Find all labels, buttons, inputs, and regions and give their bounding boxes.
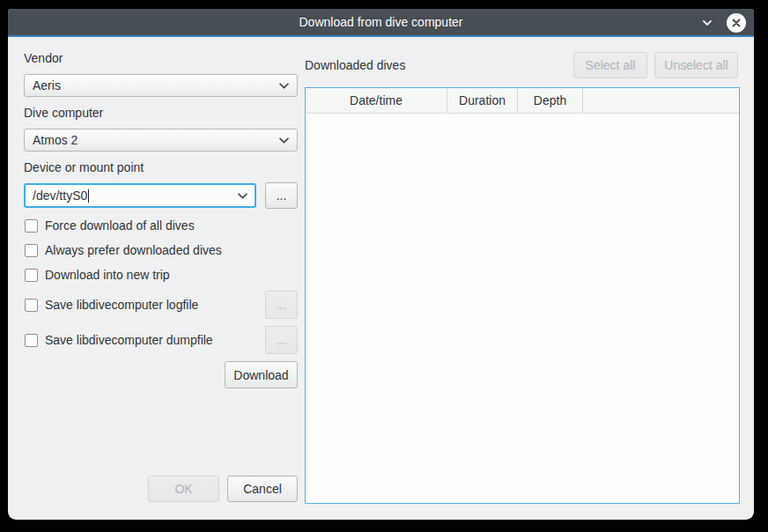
dive-computer-selected-value: Atmos 2 bbox=[33, 133, 78, 147]
force-download-checkbox-row[interactable]: Force download of all dives bbox=[25, 218, 195, 233]
column-header-empty[interactable] bbox=[583, 88, 739, 113]
vendor-label: Vendor bbox=[24, 51, 63, 65]
device-label: Device or mount point bbox=[24, 160, 144, 174]
chevron-down-icon bbox=[279, 136, 289, 145]
logfile-browse-button[interactable]: ... bbox=[265, 291, 298, 319]
force-download-label: Force download of all dives bbox=[45, 218, 195, 233]
downloaded-dives-label: Downloaded dives bbox=[305, 58, 405, 72]
device-value: /dev/ttyS0 bbox=[33, 188, 87, 203]
window-title: Download from dive computer bbox=[299, 15, 463, 29]
close-icon bbox=[732, 18, 741, 27]
new-trip-label: Download into new trip bbox=[45, 268, 170, 282]
shade-button[interactable] bbox=[699, 15, 715, 31]
table-body-empty bbox=[306, 114, 739, 503]
checkbox-unchecked[interactable] bbox=[25, 334, 38, 347]
download-dialog-window: Download from dive computer Vendor Aeris… bbox=[8, 9, 754, 520]
device-input[interactable]: /dev/ttyS0 bbox=[24, 183, 256, 208]
table-header-row: Date/time Duration Depth bbox=[306, 88, 739, 114]
close-button[interactable] bbox=[727, 13, 746, 33]
save-logfile-label: Save libdivecomputer logfile bbox=[45, 298, 198, 312]
chevron-down-icon bbox=[703, 18, 712, 27]
chevron-down-icon bbox=[279, 81, 289, 91]
downloaded-dives-table[interactable]: Date/time Duration Depth bbox=[305, 87, 740, 504]
device-value-wrap: /dev/ttyS0 bbox=[33, 188, 89, 203]
dive-computer-label: Dive computer bbox=[24, 106, 103, 120]
checkbox-unchecked[interactable] bbox=[25, 269, 38, 282]
new-trip-checkbox-row[interactable]: Download into new trip bbox=[25, 267, 170, 283]
save-logfile-checkbox-row[interactable]: Save libdivecomputer logfile bbox=[25, 297, 198, 313]
chevron-down-icon bbox=[238, 191, 247, 201]
text-caret bbox=[88, 189, 89, 203]
column-header-duration[interactable]: Duration bbox=[447, 88, 518, 113]
titlebar-controls bbox=[699, 9, 746, 37]
checkbox-unchecked[interactable] bbox=[25, 244, 38, 257]
vendor-selected-value: Aeris bbox=[33, 78, 61, 92]
download-button[interactable]: Download bbox=[225, 361, 298, 388]
prefer-downloaded-label: Always prefer downloaded dives bbox=[45, 243, 222, 257]
prefer-downloaded-checkbox-row[interactable]: Always prefer downloaded dives bbox=[25, 242, 222, 258]
vendor-select[interactable]: Aeris bbox=[24, 74, 298, 97]
save-dumpfile-checkbox-row[interactable]: Save libdivecomputer dumpfile bbox=[25, 332, 213, 348]
column-header-datetime[interactable]: Date/time bbox=[306, 88, 447, 113]
checkbox-unchecked[interactable] bbox=[25, 219, 38, 233]
ok-button[interactable]: OK bbox=[148, 476, 219, 502]
save-dumpfile-label: Save libdivecomputer dumpfile bbox=[45, 333, 213, 347]
screen: { "colors": { "accent": "#3daee9", "titl… bbox=[0, 0, 768, 532]
unselect-all-button[interactable]: Unselect all bbox=[654, 52, 738, 78]
titlebar[interactable]: Download from dive computer bbox=[8, 9, 754, 37]
dive-computer-select[interactable]: Atmos 2 bbox=[24, 129, 298, 151]
device-browse-button[interactable]: ... bbox=[265, 182, 298, 209]
dumpfile-browse-button[interactable]: ... bbox=[265, 326, 298, 354]
cancel-button[interactable]: Cancel bbox=[227, 476, 298, 502]
select-all-button[interactable]: Select all bbox=[573, 52, 647, 78]
checkbox-unchecked[interactable] bbox=[25, 299, 38, 312]
column-header-depth[interactable]: Depth bbox=[518, 88, 583, 113]
